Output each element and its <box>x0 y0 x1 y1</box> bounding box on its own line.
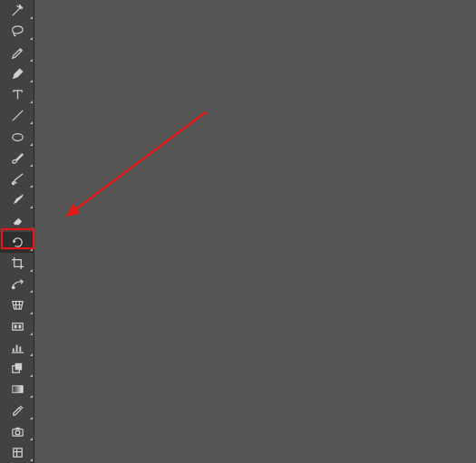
lasso-tool[interactable] <box>0 21 34 42</box>
chart-brush-tool[interactable] <box>0 337 34 358</box>
pen-tool[interactable] <box>0 63 34 84</box>
svg-point-10 <box>15 430 20 435</box>
pen-icon <box>10 66 25 82</box>
detail-icon <box>10 445 25 460</box>
perspective-crop-icon <box>10 297 25 313</box>
gradient-icon <box>10 381 25 397</box>
layer-icon <box>10 361 25 376</box>
rotate-icon <box>10 235 25 250</box>
scene-brush-tool[interactable] <box>0 169 34 189</box>
svg-rect-4 <box>14 324 16 328</box>
crop-icon <box>10 256 25 271</box>
paint-brush-icon <box>10 192 25 207</box>
camera-data-tool[interactable] <box>0 421 34 442</box>
line-tool[interactable] <box>0 105 34 126</box>
pencil-icon <box>10 45 25 61</box>
detail-tool[interactable] <box>0 442 34 463</box>
scene-brush-icon <box>10 171 25 187</box>
eyedropper-icon <box>10 403 25 419</box>
brush-icon <box>10 150 25 166</box>
canvas-area[interactable] <box>34 0 476 463</box>
camera-icon <box>10 424 25 439</box>
ellipse-tool[interactable] <box>0 126 34 147</box>
retouch-tool[interactable] <box>0 274 34 294</box>
lasso-icon <box>10 24 25 39</box>
type-tool[interactable] <box>0 84 34 105</box>
eraser-icon <box>10 213 25 228</box>
eraser-tool[interactable] <box>0 210 34 231</box>
svg-rect-7 <box>15 363 22 371</box>
rotate-view-tool[interactable] <box>0 232 34 253</box>
magic-wand-icon <box>10 3 25 18</box>
ellipse-icon <box>10 130 25 145</box>
svg-rect-5 <box>18 324 21 328</box>
brush-tool[interactable] <box>0 148 34 169</box>
magic-wand-tool[interactable] <box>0 0 34 21</box>
crop-tool[interactable] <box>0 253 34 274</box>
svg-rect-3 <box>12 323 22 330</box>
line-icon <box>10 108 25 123</box>
gradient-tool[interactable] <box>0 379 34 400</box>
perspective-crop-tool[interactable] <box>0 294 34 315</box>
paint-brush-tool[interactable] <box>0 189 34 210</box>
svg-point-2 <box>11 286 15 290</box>
chart-icon <box>10 340 25 355</box>
eyedropper-tool[interactable] <box>0 400 34 420</box>
svg-rect-11 <box>13 449 21 457</box>
svg-point-0 <box>12 133 22 140</box>
pencil-tool[interactable] <box>0 42 34 63</box>
retouch-icon <box>10 276 25 292</box>
clone-stamp-tool[interactable] <box>0 316 34 337</box>
clone-stamp-icon <box>10 319 25 334</box>
layer-tool[interactable] <box>0 358 34 379</box>
toolbar <box>0 0 34 463</box>
svg-rect-8 <box>12 386 22 393</box>
type-icon <box>10 87 25 102</box>
